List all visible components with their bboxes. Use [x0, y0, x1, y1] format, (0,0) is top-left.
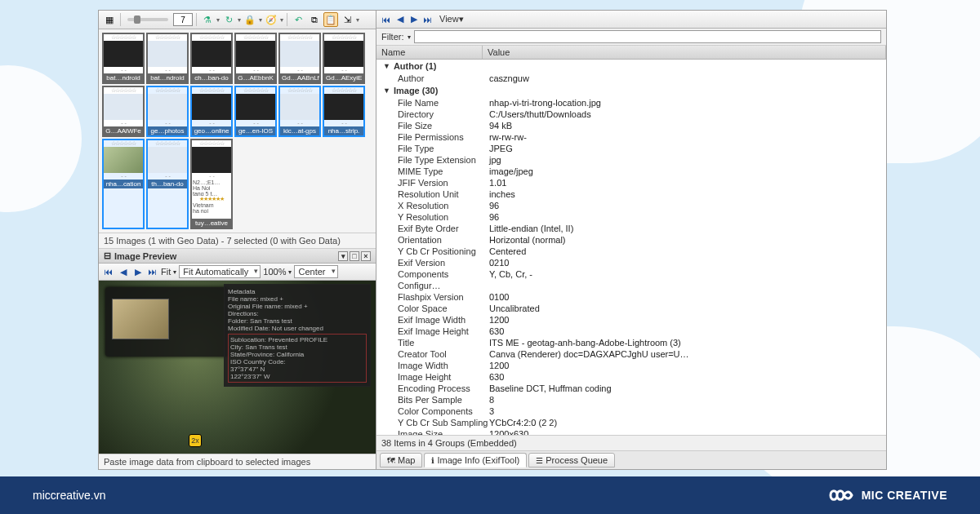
paste-icon[interactable]: 📋 — [323, 12, 338, 27]
tab-map[interactable]: 🗺Map — [380, 453, 422, 467]
nav-first-icon[interactable]: ⏮ — [380, 13, 392, 25]
dock-icon[interactable]: ▾ — [338, 251, 348, 261]
meta-row[interactable]: Exif Image Height630 — [376, 326, 886, 337]
map-marker-icon[interactable]: 2x — [189, 434, 202, 447]
map-icon: 🗺 — [387, 456, 395, 465]
thumbnail[interactable]: ☆☆☆☆☆☆- -kic…at-gps — [278, 86, 321, 137]
meta-row[interactable]: X Resolution96 — [376, 200, 886, 211]
meta-row[interactable]: Authorcasznguw — [376, 73, 886, 84]
meta-row[interactable]: Encoding ProcessBaseline DCT, Huffman co… — [376, 383, 886, 394]
meta-row[interactable]: Color SpaceUncalibrated — [376, 303, 886, 314]
lock-icon[interactable]: 🔒 — [243, 12, 257, 27]
meta-row[interactable]: Y Resolution96 — [376, 211, 886, 223]
meta-row[interactable]: File TypeJPEG — [376, 143, 886, 154]
thumbnail[interactable]: ☆☆☆☆☆☆- -ch…ban-do — [190, 33, 233, 84]
chevron-down-icon: ▼ — [383, 86, 390, 95]
meta-row[interactable]: Y Cb Cr Sub SamplingYCbCr4:2:0 (2 2) — [376, 417, 886, 428]
meta-row[interactable]: OrientationHorizontal (normal) — [376, 234, 886, 246]
meta-row[interactable]: MIME Typeimage/jpeg — [376, 166, 886, 177]
thumbnail[interactable]: ☆☆☆☆☆☆- -bat…ndroid — [146, 33, 189, 84]
metadata-list[interactable]: ▼ Author (1)Authorcasznguw▼ Image (30)Fi… — [376, 60, 886, 435]
thumb-label: bat…ndroid — [148, 73, 187, 82]
thumbnail[interactable]: ☆☆☆☆☆☆- -ge…en-IOS — [234, 86, 277, 137]
thumbnail[interactable]: ☆☆☆☆☆☆- -G…AAlWFe — [102, 86, 145, 137]
preview-toolbar: ⏮ ◀ ▶ ⏭ Fit▾ Fit Automatically 100%▾ Cen… — [99, 264, 376, 281]
nav-next-icon[interactable]: ▶ — [131, 266, 144, 278]
thumbnail[interactable]: ☆☆☆☆☆☆- -N2…;E1…Ha Noitang 5 t…★★★★★★Vie… — [190, 139, 233, 229]
meta-row[interactable]: Creator ToolCanva (Renderer) doc=DAGXAPC… — [376, 348, 886, 360]
col-value[interactable]: Value — [483, 46, 886, 59]
thumbnail[interactable]: ☆☆☆☆☆☆- -Gd…AExyiE — [323, 33, 365, 84]
meta-row[interactable]: Y Cb Cr PositioningCentered — [376, 246, 886, 257]
nav-last-icon[interactable]: ⏭ — [146, 266, 158, 278]
meta-row[interactable]: TitleITS ME - geotag-anh-bang-Adobe-Ligh… — [376, 337, 886, 348]
copy-icon[interactable]: ⧉ — [307, 12, 322, 27]
maximize-icon[interactable]: □ — [350, 251, 359, 261]
meta-row[interactable]: File Size94 kB — [376, 120, 886, 131]
compass-icon[interactable]: 🧭 — [264, 12, 278, 27]
export-icon[interactable]: ⇲ — [340, 12, 354, 27]
refresh-icon[interactable]: ↻ — [221, 12, 236, 27]
grid-view-icon[interactable]: ▦ — [102, 12, 117, 27]
thumbnail[interactable]: ☆☆☆☆☆☆- -nha…strip. — [323, 86, 365, 137]
nav-next-icon[interactable]: ▶ — [408, 13, 420, 25]
col-name[interactable]: Name — [376, 46, 483, 59]
meta-row[interactable]: Image Height630 — [376, 371, 886, 383]
preview-viewport[interactable]: MetadataFile name: mixed +Original File … — [99, 281, 376, 454]
nav-prev-icon[interactable]: ◀ — [394, 13, 406, 25]
meta-row[interactable]: Image Width1200 — [376, 360, 886, 371]
brand-logo-icon — [827, 486, 855, 504]
meta-row[interactable]: Color Components3 — [376, 405, 886, 417]
thumbnail[interactable]: ☆☆☆☆☆☆- -Gd…AABnLf — [278, 33, 321, 84]
tab-image-info[interactable]: ℹImage Info (ExifTool) — [424, 453, 527, 467]
meta-row[interactable]: File Type Extensionjpg — [376, 154, 886, 166]
meta-row[interactable]: Bits Per Sample8 — [376, 394, 886, 405]
thumb-columns-input[interactable] — [173, 13, 193, 26]
tab-process-queue[interactable]: ☰Process Queue — [528, 453, 615, 467]
thumbnail[interactable]: ☆☆☆☆☆☆- -bat…ndroid — [102, 33, 145, 84]
info-icon: ℹ — [431, 456, 434, 465]
meta-row[interactable]: Exif Image Width1200 — [376, 314, 886, 326]
chevron-down-icon: ▼ — [383, 62, 390, 70]
center-select[interactable]: Center — [294, 265, 337, 278]
thumb-label: ge…en-IOS — [236, 126, 275, 135]
meta-row[interactable]: Exif Version0210 — [376, 257, 886, 268]
meta-row[interactable]: Flashpix Version0100 — [376, 291, 886, 303]
left-footer-status: Paste image data from clipboard to selec… — [99, 454, 376, 469]
nav-last-icon[interactable]: ⏭ — [421, 13, 434, 25]
meta-row[interactable]: Resolution Unitinches — [376, 188, 886, 200]
meta-group-header[interactable]: ▼ Image (30) — [376, 84, 886, 97]
collapse-icon[interactable]: ⊟ — [104, 250, 111, 261]
footer-site: miccreative.vn — [33, 489, 105, 502]
undo-icon[interactable]: ↶ — [291, 12, 305, 27]
thumb-label: bat…ndroid — [104, 73, 143, 82]
thumbnail[interactable]: ☆☆☆☆☆☆- -th…ban-do — [146, 139, 189, 229]
thumbnail[interactable]: ☆☆☆☆☆☆- -G…AEbbnK — [234, 33, 277, 84]
app-window: ▦ ⚗ ▾ ↻ ▾ 🔒 ▾ 🧭 ▾ ↶ ⧉ 📋 ⇲ ▾ ☆☆☆☆☆☆- -bat… — [98, 10, 887, 470]
bottom-tabs: 🗺Map ℹImage Info (ExifTool) ☰Process Que… — [376, 450, 886, 469]
thumb-label: nha…cation — [104, 179, 143, 188]
nav-prev-icon[interactable]: ◀ — [117, 266, 129, 278]
meta-row[interactable]: JFIF Version1.01 — [376, 177, 886, 188]
close-icon[interactable]: × — [361, 251, 371, 261]
meta-row[interactable]: Exif Byte OrderLittle-endian (Intel, II) — [376, 223, 886, 234]
meta-group-header[interactable]: ▼ Author (1) — [376, 60, 886, 73]
thumbnail[interactable]: ☆☆☆☆☆☆- -ge…photos — [146, 86, 189, 137]
thumb-size-slider[interactable] — [127, 18, 168, 21]
fit-mode-select[interactable]: Fit Automatically — [179, 265, 261, 278]
meta-row[interactable]: Image Size1200x630 — [376, 428, 886, 435]
filter-input[interactable] — [414, 30, 882, 43]
thumbnail[interactable]: ☆☆☆☆☆☆- -nha…cation — [102, 139, 145, 229]
filter-icon[interactable]: ⚗ — [200, 12, 215, 27]
meta-row[interactable]: Components Configur…Y, Cb, Cr, - — [376, 268, 886, 291]
thumb-label: tuy…eative — [192, 219, 231, 228]
thumbnail[interactable]: ☆☆☆☆☆☆- -geo…online — [190, 86, 233, 137]
meta-row[interactable]: DirectoryC:/Users/thutt/Downloads — [376, 109, 886, 120]
nav-first-icon[interactable]: ⏮ — [102, 266, 114, 278]
thumb-label: nha…strip. — [324, 126, 363, 135]
meta-row[interactable]: File Namenhap-vi-tri-trong-location.jpg — [376, 97, 886, 109]
view-menu-button[interactable]: View▾ — [435, 12, 468, 26]
meta-status-text: 38 Items in 4 Groups (Embedded) — [376, 435, 886, 450]
meta-row[interactable]: File Permissionsrw-rw-rw- — [376, 131, 886, 143]
preview-title: Image Preview — [114, 251, 176, 261]
